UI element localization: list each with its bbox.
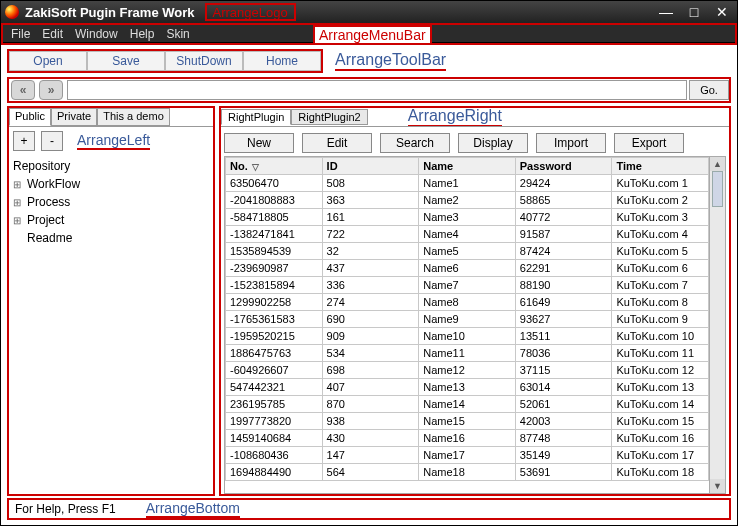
left-panel: PublicPrivateThis a demo + - ArrangeLeft… [7, 106, 215, 496]
annotation-arrange-bottom: ArrangeBottom [146, 500, 240, 518]
export-button[interactable]: Export [614, 133, 684, 153]
annotation-arrange-menubar: ArrangeMenuBar [313, 25, 432, 45]
window-title: ZakiSoft Pugin Frame Work [25, 5, 195, 20]
scroll-down-icon[interactable]: ▼ [710, 479, 725, 493]
close-button[interactable]: ✕ [711, 4, 733, 20]
table-row[interactable]: -1382471841722Name491587KuToKu.com 4 [226, 226, 709, 243]
menu-skin[interactable]: Skin [166, 27, 189, 41]
toolbar-shutdown-button[interactable]: ShutDown [165, 51, 243, 71]
column-id[interactable]: ID [322, 158, 419, 175]
toolbar-open-button[interactable]: Open [9, 51, 87, 71]
annotation-arrange-logo: ArrangeLogo [205, 3, 296, 21]
table-row[interactable]: 1694884490564Name1853691KuToKu.com 18 [226, 464, 709, 481]
table-row[interactable]: 63506470508Name129424KuToKu.com 1 [226, 175, 709, 192]
menu-window[interactable]: Window [75, 27, 118, 41]
table-row[interactable]: 1299902258274Name861649KuToKu.com 8 [226, 294, 709, 311]
column-no[interactable]: No. [226, 158, 323, 175]
annotation-arrange-left: ArrangeLeft [77, 132, 150, 150]
add-button[interactable]: + [13, 131, 35, 151]
column-name[interactable]: Name [419, 158, 516, 175]
table-row[interactable]: -1765361583690Name993627KuToKu.com 9 [226, 311, 709, 328]
table-row[interactable]: 153589453932Name587424KuToKu.com 5 [226, 243, 709, 260]
tree-item-readme[interactable]: Readme [13, 229, 209, 247]
column-time[interactable]: Time [612, 158, 709, 175]
tree-view: Repository WorkFlowProcessProjectReadme [13, 157, 209, 247]
import-button[interactable]: Import [536, 133, 606, 153]
maximize-button[interactable]: □ [683, 4, 705, 20]
nav-forward-button[interactable]: » [39, 80, 63, 100]
table-row[interactable]: -2041808883363Name258865KuToKu.com 2 [226, 192, 709, 209]
right-panel: RightPluginRightPlugin2 ArrangeRight New… [219, 106, 731, 496]
left-tab-2[interactable]: This a demo [97, 108, 170, 126]
table-row[interactable]: 236195785870Name1452061KuToKu.com 14 [226, 396, 709, 413]
table-row[interactable]: -604926607698Name1237115KuToKu.com 12 [226, 362, 709, 379]
vertical-scrollbar[interactable]: ▲ ▼ [709, 157, 725, 493]
menu-edit[interactable]: Edit [42, 27, 63, 41]
nav-back-button[interactable]: « [11, 80, 35, 100]
left-tabs: PublicPrivateThis a demo [9, 108, 213, 126]
toolbar-save-button[interactable]: Save [87, 51, 165, 71]
menu-file[interactable]: File [11, 27, 30, 41]
right-tabs: RightPluginRightPlugin2 [221, 109, 368, 125]
table-row[interactable]: 1459140684430Name1687748KuToKu.com 16 [226, 430, 709, 447]
tree-item-workflow[interactable]: WorkFlow [13, 175, 209, 193]
tree-root[interactable]: Repository [13, 157, 209, 175]
right-tab-0[interactable]: RightPlugin [221, 109, 291, 125]
new-button[interactable]: New [224, 133, 294, 153]
table-row[interactable]: 1886475763534Name1178036KuToKu.com 11 [226, 345, 709, 362]
remove-button[interactable]: - [41, 131, 63, 151]
go-button[interactable]: Go. [689, 80, 729, 100]
edit-button[interactable]: Edit [302, 133, 372, 153]
table-row[interactable]: -584718805161Name340772KuToKu.com 3 [226, 209, 709, 226]
status-help-text: For Help, Press F1 [15, 502, 116, 516]
table-row[interactable]: -108680436147Name1735149KuToKu.com 17 [226, 447, 709, 464]
status-bar: For Help, Press F1 ArrangeBottom [7, 498, 731, 520]
table-row[interactable]: 1997773820938Name1542003KuToKu.com 15 [226, 413, 709, 430]
table-row[interactable]: -239690987437Name662291KuToKu.com 6 [226, 260, 709, 277]
annotation-arrange-toolbar: ArrangeToolBar [335, 51, 446, 71]
search-button[interactable]: Search [380, 133, 450, 153]
right-button-bar: NewEditSearchDisplayImportExport [224, 130, 726, 156]
table-row[interactable]: -1959520215909Name1013511KuToKu.com 10 [226, 328, 709, 345]
nav-bar: « » Go. [7, 77, 731, 103]
menu-help[interactable]: Help [130, 27, 155, 41]
annotation-arrange-right: ArrangeRight [408, 107, 502, 127]
app-logo-icon [5, 5, 19, 19]
table-row[interactable]: 547442321407Name1363014KuToKu.com 13 [226, 379, 709, 396]
left-tab-1[interactable]: Private [51, 108, 97, 126]
display-button[interactable]: Display [458, 133, 528, 153]
left-tab-0[interactable]: Public [9, 108, 51, 126]
data-grid: No.IDNamePasswordTime 63506470508Name129… [224, 156, 726, 494]
scroll-up-icon[interactable]: ▲ [710, 157, 725, 171]
minimize-button[interactable]: — [655, 4, 677, 20]
title-bar: ZakiSoft Pugin Frame Work ArrangeLogo — … [1, 1, 737, 23]
tree-item-process[interactable]: Process [13, 193, 209, 211]
right-tab-1[interactable]: RightPlugin2 [291, 109, 367, 125]
toolbar: OpenSaveShutDownHome [7, 49, 323, 73]
toolbar-home-button[interactable]: Home [243, 51, 321, 71]
address-input[interactable] [67, 80, 687, 100]
column-password[interactable]: Password [515, 158, 612, 175]
scroll-thumb[interactable] [712, 171, 723, 207]
table-row[interactable]: -1523815894336Name788190KuToKu.com 7 [226, 277, 709, 294]
tree-item-project[interactable]: Project [13, 211, 209, 229]
